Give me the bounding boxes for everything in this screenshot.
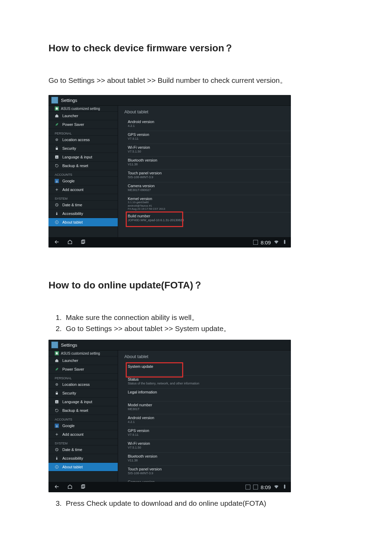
home-icon [55, 114, 59, 118]
detail-row-label: Touch panel version [128, 171, 287, 175]
detail-row-value: SIS-108-WINT-3.9 [128, 175, 287, 179]
detail-row-touch: Touch panel versionSIS-108-WINT-3.9 [128, 465, 291, 478]
sidebar-item-launcher[interactable]: Launcher [48, 112, 118, 120]
detail-row-value: 4.2.1 [128, 420, 287, 424]
sidebar-item-backup-reset[interactable]: Backup & reset [48, 162, 118, 170]
sidebar-item-power-saver[interactable]: Power Saver [48, 120, 118, 129]
svg-point-1 [56, 139, 57, 140]
sidebar-item-date-time[interactable]: Date & time [48, 201, 118, 209]
svg-rect-12 [284, 240, 285, 240]
sidebar-item-language-input[interactable]: ALanguage & input [48, 153, 118, 162]
heading-check-firmware: How to check device firmware version？ [48, 42, 344, 55]
screenshot-2: Settings ASUS customized setting Launche… [48, 340, 291, 492]
home-icon[interactable] [67, 239, 73, 245]
fota-step-2: Go to Settings >> about tablet >> System… [64, 324, 344, 333]
sidebar-item-location-access[interactable]: Location access [48, 380, 118, 389]
battery-icon [282, 484, 287, 490]
sidebar-item-about-tablet[interactable]: About tablet [48, 463, 118, 471]
sidebar-header-accounts: ACCOUNTS [48, 415, 118, 422]
svg-rect-15 [56, 393, 58, 394]
info-icon [55, 465, 59, 469]
detail-row-label: Legal information [128, 390, 287, 394]
sidebar-item-accessibility[interactable]: Accessibility [48, 209, 118, 218]
detail-row-label: GPS version [128, 132, 287, 137]
status-square-icon [253, 485, 258, 489]
sidebar-item-label: Add account [62, 432, 83, 436]
a-box-icon: A [55, 400, 59, 404]
detail-row-wifi: Wi-Fi versionV7.5.1.50 [128, 440, 291, 452]
sidebar-item-google[interactable]: gGoogle [48, 177, 118, 185]
star-icon [55, 106, 59, 111]
detail-row-label: Model number [128, 403, 287, 407]
plus-icon [55, 188, 59, 192]
sidebar-item-label: Add account [62, 188, 83, 192]
sidebar-item-google[interactable]: gGoogle [48, 422, 118, 430]
detail-row-status[interactable]: StatusStatus of the battery, network, an… [128, 375, 291, 388]
svg-rect-11 [284, 240, 285, 244]
svg-text:A: A [56, 156, 58, 158]
sidebar-item-label: ASUS customized setting [61, 107, 100, 111]
detail-row-label: Bluetooth version [128, 158, 287, 162]
svg-text:A: A [56, 401, 58, 403]
sidebar-item-security[interactable]: Security [48, 144, 118, 153]
sidebar-item-label: Language & input [62, 400, 92, 404]
detail-row-android: Android version4.2.1 [128, 414, 291, 427]
about-tablet-panel: About tablet System updateStatusStatus o… [118, 350, 291, 482]
sidebar-header-system: SYSTEM [48, 194, 118, 201]
back-icon[interactable] [54, 239, 60, 245]
back-icon[interactable] [54, 484, 60, 490]
sidebar-item-label: Security [62, 146, 76, 150]
recents-icon[interactable] [80, 239, 86, 245]
sidebar-item-about-tablet[interactable]: About tablet [48, 218, 118, 227]
sidebar-item-add-account[interactable]: Add account [48, 185, 118, 194]
detail-row-gps: GPS versionV7.9.11 [128, 131, 291, 144]
svg-rect-2 [56, 148, 58, 150]
settings-app-icon [51, 97, 58, 104]
detail-row-legal[interactable]: Legal information [128, 388, 291, 401]
sidebar-header-system: SYSTEM [48, 439, 118, 445]
sidebar-item-label: Power Saver [62, 122, 84, 127]
sidebar-header-personal: PERSONAL [48, 129, 118, 136]
svg-rect-25 [284, 484, 285, 485]
sidebar-item-asus-customized[interactable]: ASUS customized setting [48, 350, 118, 356]
svg-point-14 [56, 384, 57, 385]
svg-rect-8 [57, 221, 57, 222]
svg-rect-21 [57, 466, 57, 466]
detail-row-value: V7.9.11 [128, 137, 287, 140]
sidebar-item-add-account[interactable]: Add account [48, 430, 118, 439]
google-icon: g [55, 179, 59, 183]
detail-row-value: ME301T-090027 [128, 188, 287, 192]
sidebar-item-label: Power Saver [62, 367, 84, 371]
sidebar-item-label: ASUS customized setting [61, 352, 100, 355]
heading-fota: How to do online update(FOTA)？ [48, 279, 344, 292]
home-icon [55, 358, 59, 363]
clock: 8:09 [261, 484, 271, 490]
status-gallery-icon [246, 485, 250, 489]
detail-row-value: V11.38 [128, 163, 287, 166]
refresh-icon [55, 164, 59, 168]
sidebar-item-security[interactable]: Security [48, 389, 118, 398]
about-tablet-header: About tablet [124, 354, 148, 359]
recents-icon[interactable] [80, 484, 86, 490]
fota-steps-list: Make sure the connection ability is well… [48, 313, 344, 333]
leaf-icon [55, 122, 59, 127]
sidebar-item-location-access[interactable]: Location access [48, 136, 118, 144]
sidebar-item-accessibility[interactable]: Accessibility [48, 454, 118, 463]
sidebar-item-label: Language & input [62, 155, 92, 159]
sidebar-item-date-time[interactable]: Date & time [48, 445, 118, 454]
sidebar-item-asus-customized[interactable]: ASUS customized setting [48, 106, 118, 112]
target-icon [55, 138, 59, 142]
intro-text-1: Go to Settings >> about tablet >> Build … [48, 76, 344, 85]
detail-row-bt: Bluetooth versionV11.38 [128, 452, 291, 465]
a-box-icon: A [55, 155, 59, 159]
detail-row-sysupdate[interactable]: System update [128, 363, 291, 375]
sidebar-item-language-input[interactable]: ALanguage & input [48, 398, 118, 406]
sidebar-item-launcher[interactable]: Launcher [48, 356, 118, 365]
lock-icon [55, 391, 59, 395]
detail-row-value: JOP40D.WW_epad-10.6.1.31-20130823 [128, 218, 287, 222]
sidebar-item-power-saver[interactable]: Power Saver [48, 365, 118, 374]
wifi-icon [274, 239, 279, 245]
home-icon[interactable] [67, 484, 73, 490]
settings-title: Settings [61, 342, 77, 348]
sidebar-item-backup-reset[interactable]: Backup & reset [48, 406, 118, 415]
